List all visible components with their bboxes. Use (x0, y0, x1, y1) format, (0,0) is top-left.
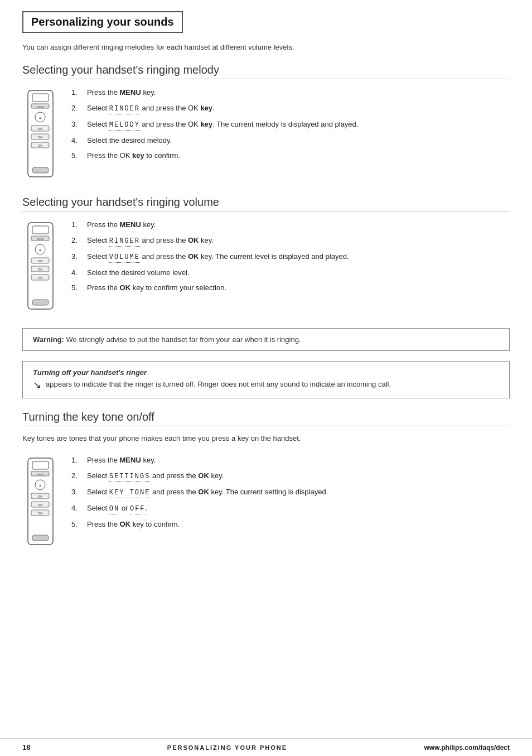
svg-text:OK: OK (38, 503, 43, 507)
svg-text:OK: OK (38, 136, 43, 139)
svg-text:▲: ▲ (38, 248, 42, 252)
step-2-3: 3. Select VOLUME and press the OK key. T… (71, 251, 510, 263)
note-body: ↘ appears to indicate that the ringer is… (33, 380, 499, 391)
note-title: Turning off your handset's ringer (33, 368, 499, 377)
step-text: Select the desired volume level. (87, 267, 190, 278)
step-num: 1. (71, 219, 83, 230)
step-num: 4. (71, 267, 83, 278)
svg-text:OK: OK (38, 512, 43, 515)
step-2-4: 4. Select the desired volume level. (71, 267, 510, 278)
phone-svg-2: menu ▲ OK OK OK (22, 221, 59, 311)
svg-rect-0 (28, 90, 53, 177)
section-ringing-melody: Selecting your handset's ringing melody … (22, 64, 510, 180)
lcd-settings: SETTINGS (109, 471, 151, 482)
note-box: Turning off your handset's ringer ↘ appe… (22, 361, 510, 398)
step-1-1: 1. Press the MENU key. (71, 87, 510, 98)
step-text: Select SETTINGS and press the OK key. (87, 470, 224, 482)
ringer-off-icon: ↘ (33, 379, 41, 391)
step-num: 3. (71, 487, 83, 498)
step-num: 5. (71, 282, 83, 293)
phone-illustration-3: menu ▲ OK OK OK (22, 457, 61, 548)
phone-illustration-2: menu ▲ OK OK OK (22, 221, 61, 312)
intro-text: You can assign different ringing melodie… (22, 43, 510, 51)
svg-text:OK: OK (38, 268, 43, 271)
svg-rect-38 (32, 535, 49, 541)
step-text: Select VOLUME and press the OK key. The … (87, 251, 349, 263)
svg-text:menu: menu (37, 237, 44, 240)
section1-steps: 1. Press the MENU key. 2. Select RINGER … (71, 87, 510, 166)
section3-content: menu ▲ OK OK OK 1. Press the MENU key. 2… (22, 455, 510, 548)
footer-title: PERSONALIZING YOUR PHONE (167, 744, 287, 751)
svg-text:menu: menu (37, 473, 44, 476)
step-text: Select ON or OFF. (87, 503, 147, 514)
phone-illustration-1: menu ▲ OK OK OK (22, 89, 61, 180)
step-num: 3. (71, 251, 83, 262)
step-3-1: 1. Press the MENU key. (71, 455, 510, 466)
section1-content: menu ▲ OK OK OK 1. Press the MENU key. (22, 87, 510, 180)
svg-text:OK: OK (38, 495, 43, 498)
step-num: 1. (71, 87, 83, 98)
step-text: Select KEY TONE and press the OK key. Th… (87, 487, 328, 498)
step-text: Select the desired melody. (87, 135, 172, 146)
step-num: 4. (71, 135, 83, 146)
step-3-2: 2. Select SETTINGS and press the OK key. (71, 470, 510, 482)
lcd-melody: MELODY (109, 120, 140, 131)
svg-text:OK: OK (38, 144, 43, 147)
svg-rect-1 (32, 94, 49, 102)
lcd-on: ON (109, 504, 119, 514)
phone-svg-3: menu ▲ OK OK OK (22, 457, 59, 546)
svg-text:OK: OK (38, 127, 43, 131)
step-1-2: 2. Select RINGER and press the OK key. (71, 103, 510, 114)
section3-intro: Key tones are tones that your phone make… (22, 434, 510, 442)
page-footer: 18 PERSONALIZING YOUR PHONE www.philips.… (0, 738, 532, 756)
step-2-2: 2. Select RINGER and press the OK key. (71, 235, 510, 247)
step-num: 1. (71, 455, 83, 466)
step-text: Press the MENU key. (87, 219, 156, 230)
lcd-volume: VOLUME (109, 252, 140, 263)
step-2-1: 1. Press the MENU key. (71, 219, 510, 230)
step-text: Select MELODY and press the OK key. The … (87, 119, 358, 131)
section3-heading: Turning the key tone on/off (22, 411, 510, 426)
step-num: 2. (71, 235, 83, 246)
step-text: Select RINGER and press the OK key. (87, 103, 215, 114)
svg-text:▲: ▲ (38, 116, 42, 119)
footer-url: www.philips.com/faqs/dect (424, 744, 510, 752)
svg-text:OK: OK (38, 276, 43, 280)
section3-steps: 1. Press the MENU key. 2. Select SETTING… (71, 455, 510, 534)
svg-text:OK: OK (38, 259, 43, 263)
section-key-tone: Turning the key tone on/off Key tones ar… (22, 411, 510, 548)
svg-rect-25 (32, 300, 49, 305)
step-num: 2. (71, 103, 83, 114)
step-num: 5. (71, 519, 83, 530)
step-1-5: 5. Press the OK key to confirm. (71, 150, 510, 161)
svg-rect-13 (28, 223, 53, 309)
step-num: 5. (71, 150, 83, 161)
svg-text:menu: menu (37, 105, 44, 108)
step-1-3: 3. Select MELODY and press the OK key. T… (71, 119, 510, 131)
lcd-off: OFF (130, 504, 146, 514)
lcd-ringer: RINGER (109, 104, 140, 114)
svg-text:▲: ▲ (38, 484, 42, 487)
step-text: Press the OK key to confirm your selecti… (87, 282, 226, 293)
section2-heading: Selecting your handset's ringing volume (22, 196, 510, 211)
page-title-box: Personalizing your sounds (22, 11, 183, 33)
step-num: 4. (71, 503, 83, 514)
page-title: Personalizing your sounds (31, 16, 174, 28)
lcd-keytone: KEY TONE (109, 488, 151, 498)
step-text: Press the MENU key. (87, 87, 156, 98)
svg-rect-26 (28, 458, 53, 545)
step-3-3: 3. Select KEY TONE and press the OK key.… (71, 487, 510, 498)
step-num: 2. (71, 470, 83, 481)
note-text: appears to indicate that the ringer is t… (46, 380, 391, 388)
warning-box: Warning: We strongly advise to put the h… (22, 328, 510, 351)
footer-page-num: 18 (22, 743, 30, 752)
step-text: Press the MENU key. (87, 455, 156, 466)
section2-steps: 1. Press the MENU key. 2. Select RINGER … (71, 219, 510, 298)
step-1-4: 4. Select the desired melody. (71, 135, 510, 146)
svg-rect-27 (32, 461, 49, 469)
step-3-4: 4. Select ON or OFF. (71, 503, 510, 514)
step-text: Press the OK key to confirm. (87, 519, 180, 530)
step-3-5: 5. Press the OK key to confirm. (71, 519, 510, 530)
step-2-5: 5. Press the OK key to confirm your sele… (71, 282, 510, 293)
section2-content: menu ▲ OK OK OK 1. Press the MENU key. 2… (22, 219, 510, 312)
